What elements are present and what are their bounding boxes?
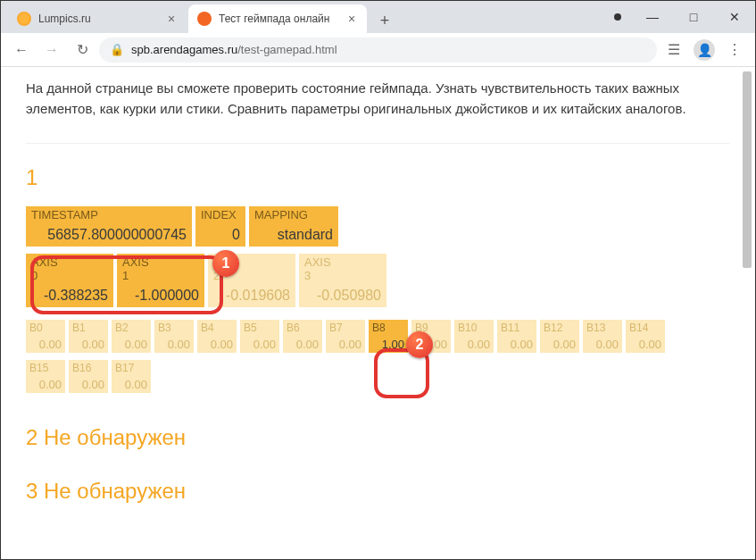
tab-title: Тест геймпада онлайн bbox=[219, 13, 340, 25]
button-value: 0.00 bbox=[115, 338, 147, 351]
buttons-row-2: B150.00B160.00B170.00 bbox=[26, 360, 730, 393]
axis-value: -0.388235 bbox=[31, 288, 108, 304]
scrollbar[interactable] bbox=[741, 68, 753, 557]
close-window-button[interactable]: ✕ bbox=[714, 1, 755, 33]
button-cell-b17: B170.00 bbox=[112, 360, 151, 393]
button-value: 0.00 bbox=[629, 338, 661, 351]
close-icon[interactable]: × bbox=[345, 13, 358, 25]
axis-cell: AXIS1-1.000000 bbox=[117, 254, 204, 307]
button-value: 0.00 bbox=[329, 338, 361, 351]
scrollbar-thumb[interactable] bbox=[743, 71, 752, 268]
button-label: B8 bbox=[372, 322, 404, 334]
tab-title: Lumpics.ru bbox=[38, 13, 160, 25]
button-cell-b13: B130.00 bbox=[583, 320, 622, 353]
button-label: B15 bbox=[29, 362, 62, 374]
favicon-icon bbox=[17, 12, 31, 26]
button-label: B12 bbox=[544, 322, 576, 334]
browser-toolbar: ← → ↻ 🔒 spb.arendagames.ru/test-gamepad.… bbox=[1, 33, 755, 67]
button-cell-b10: B100.00 bbox=[454, 320, 494, 353]
axis-label: AXIS1 bbox=[122, 255, 199, 282]
url-text: spb.arendagames.ru/test-gamepad.html bbox=[131, 43, 337, 56]
minimize-button[interactable]: ― bbox=[632, 1, 673, 33]
button-label: B14 bbox=[629, 322, 661, 334]
gamepad-2-title: 2 Не обнаружен bbox=[26, 425, 730, 450]
button-cell-b11: B110.00 bbox=[497, 320, 536, 353]
favicon-icon bbox=[197, 12, 212, 26]
axis-value: -1.000000 bbox=[122, 288, 199, 304]
back-button[interactable]: ← bbox=[8, 37, 35, 63]
axis-cell: AXIS2-0.019608 bbox=[208, 254, 295, 307]
timestamp-cell: TIMESTAMP 56857.800000000745 bbox=[26, 206, 192, 247]
button-cell-b15: B150.00 bbox=[26, 360, 65, 393]
buttons-row-1: B00.00B10.00B20.00B30.00B40.00B50.00B60.… bbox=[26, 320, 730, 353]
button-cell-b3: B30.00 bbox=[154, 320, 194, 353]
browser-tabstrip: Lumpics.ru × Тест геймпада онлайн × + ― … bbox=[1, 1, 755, 33]
meta-row: TIMESTAMP 56857.800000000745 INDEX 0 MAP… bbox=[26, 206, 730, 247]
button-cell-b5: B50.00 bbox=[240, 320, 279, 353]
new-tab-button[interactable]: + bbox=[372, 8, 397, 33]
button-value: 1.00 bbox=[372, 338, 404, 351]
button-value: 0.00 bbox=[29, 378, 62, 391]
button-cell-b12: B120.00 bbox=[540, 320, 579, 353]
button-label: B4 bbox=[201, 322, 233, 334]
button-label: B7 bbox=[329, 322, 361, 334]
button-value: 0.00 bbox=[201, 338, 233, 351]
button-label: B9 bbox=[415, 322, 447, 334]
button-cell-b1: B10.00 bbox=[69, 320, 108, 353]
divider bbox=[26, 143, 730, 144]
menu-button[interactable]: ⋮ bbox=[721, 37, 748, 63]
button-cell-b6: B60.00 bbox=[283, 320, 322, 353]
button-label: B6 bbox=[287, 322, 319, 334]
button-label: B13 bbox=[586, 322, 619, 334]
button-label: B17 bbox=[115, 362, 147, 374]
button-cell-b8: B81.00 bbox=[369, 320, 408, 353]
button-label: B1 bbox=[72, 322, 104, 334]
button-cell-b0: B00.00 bbox=[26, 320, 65, 353]
button-value: 0.00 bbox=[29, 338, 62, 351]
button-value: 0.00 bbox=[244, 338, 276, 351]
incognito-icon bbox=[614, 13, 621, 21]
button-value: 0.00 bbox=[72, 338, 104, 351]
button-value: 0.00 bbox=[586, 338, 619, 351]
button-value: 0.00 bbox=[458, 338, 490, 351]
reload-button[interactable]: ↻ bbox=[69, 37, 96, 63]
forward-button[interactable]: → bbox=[38, 37, 65, 63]
profile-button[interactable]: 👤 bbox=[691, 37, 718, 63]
gamepad-1-title: 1 bbox=[26, 165, 730, 190]
axis-label: AXIS3 bbox=[304, 255, 381, 282]
axes-row: AXIS0-0.388235AXIS1-1.000000AXIS2-0.0196… bbox=[26, 254, 730, 307]
page-content: На данной странице вы сможете проверить … bbox=[1, 67, 755, 531]
axis-label: AXIS0 bbox=[31, 255, 108, 282]
tab-gamepad-test[interactable]: Тест геймпада онлайн × bbox=[188, 4, 367, 33]
button-label: B16 bbox=[72, 362, 104, 374]
button-label: B5 bbox=[244, 322, 276, 334]
axis-cell: AXIS3-0.050980 bbox=[299, 254, 386, 307]
button-value: 0.00 bbox=[158, 338, 190, 351]
button-value: 0.00 bbox=[415, 338, 447, 351]
close-icon[interactable]: × bbox=[165, 13, 178, 25]
button-label: B10 bbox=[458, 322, 490, 334]
axis-value: -0.050980 bbox=[304, 288, 381, 304]
button-cell-b9: B90.00 bbox=[411, 320, 451, 353]
button-cell-b14: B140.00 bbox=[626, 320, 665, 353]
axis-value: -0.019608 bbox=[213, 288, 290, 304]
address-bar[interactable]: 🔒 spb.arendagames.ru/test-gamepad.html bbox=[99, 38, 657, 63]
maximize-button[interactable]: □ bbox=[673, 1, 714, 33]
reading-list-icon[interactable]: ☰ bbox=[660, 37, 687, 63]
button-cell-b4: B40.00 bbox=[197, 320, 237, 353]
button-value: 0.00 bbox=[72, 378, 104, 391]
button-label: B2 bbox=[115, 322, 147, 334]
button-cell-b16: B160.00 bbox=[69, 360, 108, 393]
button-value: 0.00 bbox=[544, 338, 576, 351]
button-label: B3 bbox=[158, 322, 190, 334]
page-description: На данной странице вы сможете проверить … bbox=[26, 78, 730, 120]
button-label: B0 bbox=[29, 322, 62, 334]
window-controls: ― □ ✕ bbox=[614, 1, 755, 33]
tab-lumpics[interactable]: Lumpics.ru × bbox=[8, 4, 187, 33]
button-label: B11 bbox=[501, 322, 533, 334]
button-cell-b2: B20.00 bbox=[112, 320, 151, 353]
button-value: 0.00 bbox=[501, 338, 533, 351]
mapping-cell: MAPPING standard bbox=[249, 206, 338, 247]
button-cell-b7: B70.00 bbox=[326, 320, 365, 353]
button-value: 0.00 bbox=[115, 378, 147, 391]
